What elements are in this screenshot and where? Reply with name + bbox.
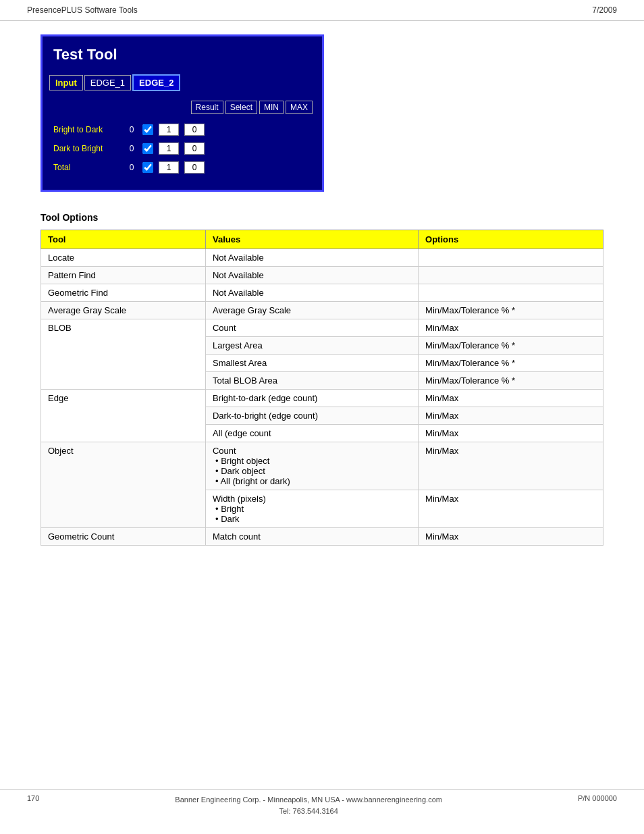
table-row: Geometric Find Not Available bbox=[41, 284, 603, 302]
footer-center: Banner Engineering Corp. - Minneapolis, … bbox=[39, 794, 578, 816]
tool-row: Total 0 bbox=[53, 161, 311, 174]
row-max-3[interactable] bbox=[184, 161, 205, 174]
tool-row: Bright to Dark 0 bbox=[53, 124, 311, 136]
table-row: Edge Bright-to-dark (edge count) Min/Max bbox=[41, 390, 603, 407]
tool-rows: Bright to Dark 0 Dark to Bright 0 Total … bbox=[49, 121, 315, 183]
row-checkbox-3[interactable] bbox=[142, 162, 153, 173]
row-min-3[interactable] bbox=[159, 161, 179, 174]
footer-line1: Banner Engineering Corp. - Minneapolis, … bbox=[39, 794, 578, 806]
row-label-1: Bright to Dark bbox=[53, 125, 121, 134]
col-header-tool: Tool bbox=[41, 230, 206, 249]
table-row: Geometric Count Match count Min/Max bbox=[41, 528, 603, 546]
tool-tabs: Input EDGE_1 EDGE_2 bbox=[49, 74, 315, 91]
table-row: Locate Not Available bbox=[41, 249, 603, 267]
sub-btn-max[interactable]: MAX bbox=[286, 101, 313, 114]
page-header: PresencePLUS Software Tools 7/2009 bbox=[0, 0, 644, 21]
row-max-2[interactable] bbox=[184, 142, 205, 155]
tool-sub-header: Result Select MIN MAX bbox=[49, 101, 315, 114]
row-checkbox-1[interactable] bbox=[142, 124, 153, 135]
tab-input[interactable]: Input bbox=[49, 75, 83, 90]
table-row: Average Gray Scale Average Gray Scale Mi… bbox=[41, 302, 603, 319]
section-title: Tool Options bbox=[41, 212, 603, 223]
col-header-options: Options bbox=[419, 230, 603, 249]
page-content: Test Tool Input EDGE_1 EDGE_2 Result Sel… bbox=[0, 21, 644, 559]
footer-page-num: 170 bbox=[27, 794, 39, 816]
row-min-1[interactable] bbox=[159, 124, 179, 136]
footer-pn: P/N 000000 bbox=[578, 794, 617, 816]
row-label-3: Total bbox=[53, 163, 121, 172]
footer-line2: Tel: 763.544.3164 bbox=[39, 806, 578, 817]
col-header-values: Values bbox=[205, 230, 418, 249]
row-label-2: Dark to Bright bbox=[53, 144, 121, 153]
header-right: 7/2009 bbox=[592, 5, 617, 15]
options-table: Tool Values Options Locate Not Available… bbox=[41, 230, 603, 546]
table-row: BLOB Count Min/Max bbox=[41, 319, 603, 337]
row-min-2[interactable] bbox=[159, 142, 179, 155]
row-result-1: 0 bbox=[126, 125, 137, 134]
sub-btn-result[interactable]: Result bbox=[191, 101, 223, 114]
page-footer: 170 Banner Engineering Corp. - Minneapol… bbox=[0, 789, 644, 820]
header-left: PresencePLUS Software Tools bbox=[27, 5, 138, 15]
tool-title: Test Tool bbox=[49, 43, 315, 66]
row-result-2: 0 bbox=[126, 144, 137, 153]
table-row: Pattern Find Not Available bbox=[41, 267, 603, 284]
tab-edge1[interactable]: EDGE_1 bbox=[84, 75, 131, 90]
row-max-1[interactable] bbox=[184, 124, 205, 136]
sub-btn-min[interactable]: MIN bbox=[259, 101, 284, 114]
tool-window: Test Tool Input EDGE_1 EDGE_2 Result Sel… bbox=[41, 34, 324, 192]
table-row: Object Count • Bright object • Dark obje… bbox=[41, 442, 603, 490]
tool-row: Dark to Bright 0 bbox=[53, 142, 311, 155]
tab-edge2[interactable]: EDGE_2 bbox=[132, 74, 180, 91]
row-result-3: 0 bbox=[126, 163, 137, 172]
row-checkbox-2[interactable] bbox=[142, 143, 153, 154]
sub-btn-select[interactable]: Select bbox=[225, 101, 257, 114]
